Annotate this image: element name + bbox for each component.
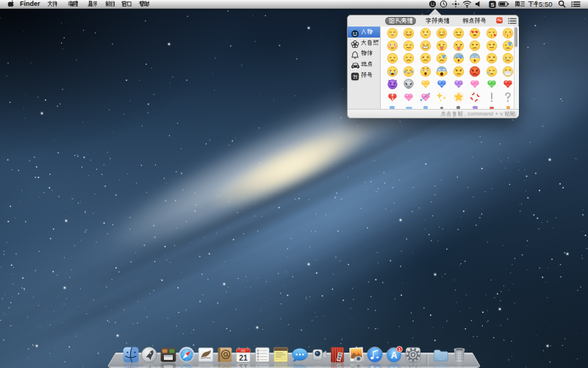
svg-text:A: A: [391, 364, 398, 368]
svg-text:S: S: [490, 1, 494, 8]
svg-text:21: 21: [239, 353, 248, 361]
svg-text:21: 21: [239, 363, 248, 368]
svg-text:1: 1: [398, 347, 401, 351]
svg-text:A: A: [391, 350, 398, 360]
svg-text:JUL: JUL: [241, 348, 247, 352]
svg-text:?!: ?!: [353, 74, 357, 79]
